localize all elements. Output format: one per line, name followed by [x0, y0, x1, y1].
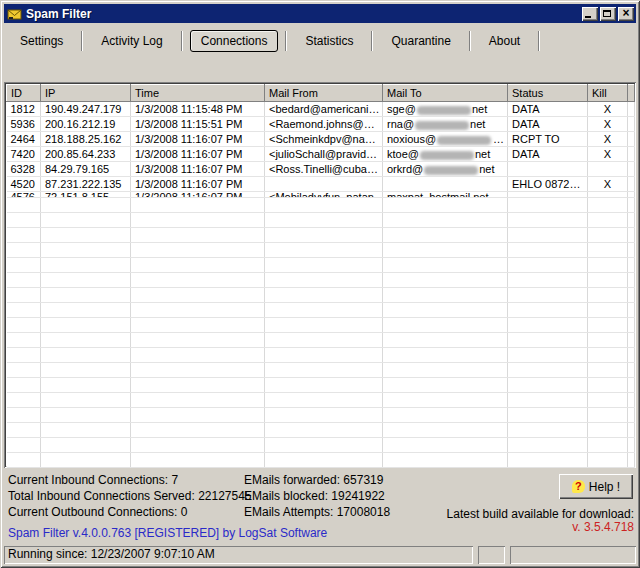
kill-cell[interactable]: X: [588, 147, 628, 162]
tab-about[interactable]: About: [478, 30, 531, 52]
time-cell: 1/3/2008 11:16:07 PM: [131, 162, 265, 177]
tab-settings[interactable]: Settings: [9, 30, 74, 52]
empty-row: [7, 213, 635, 228]
empty-cell: [383, 393, 508, 408]
column-header-status[interactable]: Status: [508, 85, 588, 102]
empty-cell: [41, 348, 131, 363]
tab-statistics[interactable]: Statistics: [294, 30, 364, 52]
empty-cell: [383, 213, 508, 228]
status-cell: DATA: [508, 147, 588, 162]
kill-cell[interactable]: X: [588, 177, 628, 192]
spam-filter-window: Spam Filter × SettingsActivity LogConnec…: [0, 0, 640, 568]
tab-separator: [371, 31, 373, 51]
table-row[interactable]: 632884.29.79.1651/3/2008 11:16:07 PM<Ros…: [7, 162, 635, 177]
registration-line[interactable]: Spam Filter v.4.0.0.763 [REGISTERED] by …: [8, 526, 327, 540]
close-button[interactable]: ×: [618, 7, 634, 21]
tab-activity-log[interactable]: Activity Log: [90, 30, 173, 52]
empty-cell: [383, 303, 508, 318]
empty-row: [7, 408, 635, 423]
empty-cell: [7, 378, 41, 393]
empty-cell: [383, 273, 508, 288]
help-button-label: Help !: [589, 480, 620, 494]
empty-cell: [265, 258, 383, 273]
status-cell: [508, 162, 588, 177]
empty-cell: [588, 333, 628, 348]
empty-cell: [265, 453, 383, 468]
column-header-kill[interactable]: Kill: [588, 85, 628, 102]
redacted-segment: [415, 121, 469, 130]
table-row[interactable]: 7420200.85.64.2331/3/2008 11:16:07 PM<ju…: [7, 147, 635, 162]
envelope-icon: [7, 7, 23, 21]
mail-to-text: orkrd@: [387, 163, 423, 175]
column-header-time[interactable]: Time: [131, 85, 265, 102]
maximize-button[interactable]: [600, 7, 616, 21]
table-row[interactable]: 5936200.16.212.191/3/2008 11:15:51 PM<Ra…: [7, 117, 635, 132]
empty-cell: [508, 333, 588, 348]
mail-from-cell: <Schmeinkdpv@nacc...: [265, 132, 383, 147]
close-icon: ×: [618, 7, 634, 19]
emails-forwarded: EMails forwarded: 657319: [244, 472, 390, 488]
empty-cell: [7, 303, 41, 318]
empty-cell: [383, 258, 508, 273]
column-header-mail-to[interactable]: Mail To: [383, 85, 508, 102]
empty-cell: [265, 408, 383, 423]
update-version[interactable]: v. 3.5.4.718: [447, 521, 634, 534]
tab-separator: [469, 31, 471, 51]
empty-cell: [588, 288, 628, 303]
empty-row: [7, 333, 635, 348]
status-cell: DATA: [508, 102, 588, 117]
empty-cell: [588, 243, 628, 258]
connections-table: IDIPTimeMail FromMail ToStatusKill 18121…: [6, 84, 635, 468]
empty-cell: [508, 423, 588, 438]
empty-cell: [7, 333, 41, 348]
table-row[interactable]: 2464218.188.25.1621/3/2008 11:16:07 PM<S…: [7, 132, 635, 147]
kill-cell[interactable]: X: [588, 102, 628, 117]
table-row[interactable]: 452087.231.222.1351/3/2008 11:16:07 PMEH…: [7, 177, 635, 192]
empty-cell: [383, 408, 508, 423]
empty-cell: [628, 348, 635, 363]
empty-cell: [508, 453, 588, 468]
empty-cell: [131, 318, 265, 333]
empty-cell: [7, 348, 41, 363]
empty-cell: [41, 228, 131, 243]
empty-cell: [508, 408, 588, 423]
empty-cell: [588, 228, 628, 243]
column-header-filler: [628, 85, 635, 102]
kill-cell[interactable]: X: [588, 117, 628, 132]
column-header-mail-from[interactable]: Mail From: [265, 85, 383, 102]
empty-cell: [588, 213, 628, 228]
empty-cell: [628, 258, 635, 273]
mail-to-domain: net: [475, 148, 490, 160]
empty-row: [7, 303, 635, 318]
empty-cell: [508, 198, 588, 213]
empty-cell: [588, 318, 628, 333]
empty-cell: [383, 333, 508, 348]
redacted-segment: [417, 106, 471, 115]
empty-cell: [131, 273, 265, 288]
id-cell: 5936: [7, 117, 41, 132]
kill-cell[interactable]: X: [588, 132, 628, 147]
table-row[interactable]: 1812190.49.247.1791/3/2008 11:15:48 PM<b…: [7, 102, 635, 117]
empty-cell: [628, 408, 635, 423]
empty-cell: [131, 288, 265, 303]
empty-cell: [7, 318, 41, 333]
column-header-id[interactable]: ID: [7, 85, 41, 102]
empty-row: [7, 348, 635, 363]
redacted-segment: [420, 151, 474, 160]
column-header-ip[interactable]: IP: [41, 85, 131, 102]
help-button[interactable]: ? Help !: [559, 474, 633, 499]
empty-cell: [588, 348, 628, 363]
mail-to-text: noxious@: [387, 133, 436, 145]
empty-cell: [7, 438, 41, 453]
emails-attempts: EMails Attempts: 17008018: [244, 504, 390, 520]
title-bar[interactable]: Spam Filter ×: [4, 4, 636, 23]
tab-connections[interactable]: Connections: [190, 30, 279, 52]
empty-cell: [131, 333, 265, 348]
empty-cell: [7, 288, 41, 303]
empty-cell: [508, 273, 588, 288]
current-inbound-connections: Current Inbound Connections: 7: [8, 472, 252, 488]
minimize-button[interactable]: [582, 7, 598, 21]
empty-cell: [131, 453, 265, 468]
tab-quarantine[interactable]: Quarantine: [380, 30, 461, 52]
time-cell: 1/3/2008 11:15:48 PM: [131, 102, 265, 117]
